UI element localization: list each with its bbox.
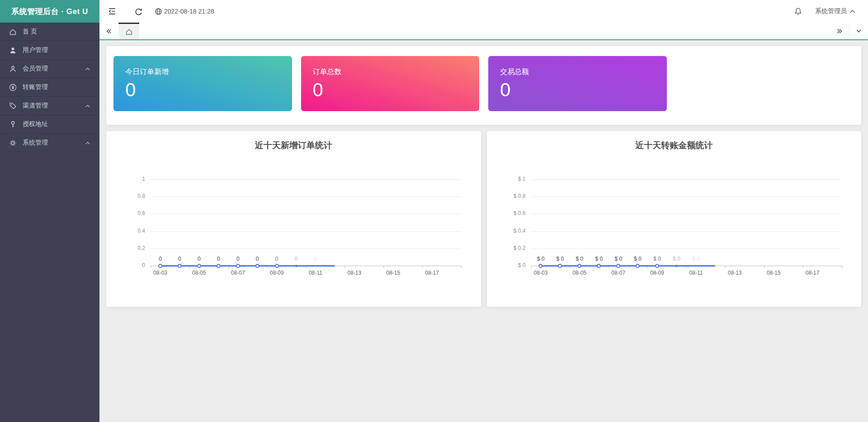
home-icon bbox=[125, 28, 133, 36]
data-point bbox=[178, 264, 182, 268]
sidebar-item-label: 用户管理 bbox=[23, 46, 48, 54]
stat-card-title: 订单总数 bbox=[313, 67, 468, 77]
yen-circle-icon bbox=[9, 84, 17, 91]
x-axis-label: 08-11 bbox=[303, 270, 328, 276]
stat-card-total-orders: 订单总数 0 bbox=[301, 56, 480, 111]
sidebar-item-label: 首 页 bbox=[23, 28, 37, 36]
stat-card-value: 0 bbox=[313, 80, 468, 99]
gridline bbox=[151, 197, 461, 197]
stat-card-total-amount: 交易总额 0 bbox=[488, 56, 667, 111]
data-point-label: $ 0 bbox=[684, 256, 707, 262]
sidebar-item-label: 会员管理 bbox=[23, 65, 48, 73]
data-point bbox=[275, 264, 279, 268]
x-axis-label: 08-03 bbox=[147, 270, 173, 276]
x-axis-tick bbox=[344, 266, 345, 268]
topbar: 2022-08-18 21:28 系统管理员 bbox=[99, 0, 868, 23]
x-axis-tick bbox=[842, 266, 842, 268]
x-axis-tick bbox=[803, 266, 803, 268]
x-axis-label: 08-15 bbox=[381, 270, 406, 276]
data-point bbox=[538, 264, 542, 268]
data-point-label: 0 bbox=[304, 256, 327, 262]
gridline bbox=[531, 249, 842, 249]
sidebar-item-auth-address[interactable]: 授权地址 bbox=[0, 115, 99, 134]
scroll-tabs-left-icon[interactable] bbox=[99, 23, 118, 39]
y-axis-tick-label: 1 bbox=[106, 176, 145, 182]
x-axis-label: 08-17 bbox=[420, 270, 445, 276]
chevron-up-icon bbox=[85, 65, 90, 72]
data-point bbox=[158, 264, 162, 268]
tab-options-dropdown-icon[interactable] bbox=[849, 23, 868, 39]
notification-bell-icon[interactable] bbox=[788, 0, 808, 23]
stat-card-today-orders: 今日订单新增 0 bbox=[113, 56, 292, 111]
stat-card-title: 交易总额 bbox=[500, 67, 655, 77]
sidebar-item-label: 授权地址 bbox=[23, 120, 48, 128]
sidebar-item-label: 渠道管理 bbox=[23, 102, 48, 110]
main-content: 今日订单新增 0 订单总数 0 交易总额 0 近十天新增订单统计 10.80.6… bbox=[99, 41, 868, 422]
y-axis-tick-label: $ 0.4 bbox=[487, 228, 526, 234]
sidebar-item-label: 系统管理 bbox=[23, 139, 48, 147]
chevron-up-icon bbox=[85, 139, 90, 146]
series-line bbox=[541, 265, 715, 267]
gridline bbox=[151, 249, 461, 249]
sidebar-item-transfers[interactable]: 转账管理 bbox=[0, 78, 99, 97]
x-axis-tick bbox=[461, 266, 462, 268]
sidebar-item-members[interactable]: 会员管理 bbox=[0, 60, 99, 78]
x-axis-label: 08-09 bbox=[645, 270, 670, 276]
data-point bbox=[616, 264, 620, 268]
y-axis-tick-label: $ 0 bbox=[487, 262, 526, 268]
app-title: 系统管理后台 · Get U bbox=[0, 0, 99, 23]
x-axis-tick bbox=[725, 266, 726, 268]
x-axis-tick bbox=[764, 266, 764, 268]
user-menu[interactable]: 系统管理员 bbox=[815, 7, 855, 15]
data-point bbox=[255, 264, 259, 268]
charts-row: 近十天新增订单统计 10.80.60.40.2008-0308-0508-070… bbox=[106, 131, 861, 307]
y-axis-tick-label: 0.4 bbox=[106, 228, 145, 234]
gridline bbox=[151, 231, 461, 232]
data-point bbox=[315, 265, 316, 267]
stat-card-value: 0 bbox=[125, 80, 280, 99]
y-axis-tick-label: $ 0.8 bbox=[487, 193, 526, 199]
data-point bbox=[217, 264, 221, 268]
x-axis-label: 08-09 bbox=[264, 270, 289, 276]
x-axis-label: 08-07 bbox=[606, 270, 631, 276]
gridline bbox=[531, 197, 842, 197]
globe-icon bbox=[155, 8, 162, 15]
sidebar-menu: 首 页 用户管理 会员管理 转账管理 bbox=[0, 23, 99, 152]
gridline bbox=[531, 214, 842, 214]
y-axis-tick-label: 0.2 bbox=[106, 245, 145, 251]
sidebar-item-home[interactable]: 首 页 bbox=[0, 23, 99, 41]
datetime-text: 2022-08-18 21:28 bbox=[164, 8, 214, 15]
chart-title: 近十天新增订单统计 bbox=[106, 140, 481, 151]
x-axis-tick bbox=[151, 266, 151, 268]
server-time: 2022-08-18 21:28 bbox=[155, 8, 214, 15]
data-point bbox=[655, 264, 659, 268]
data-point bbox=[295, 265, 297, 267]
home-icon bbox=[9, 28, 17, 36]
data-point bbox=[577, 264, 581, 268]
x-axis-label: 08-07 bbox=[225, 270, 250, 276]
refresh-icon[interactable] bbox=[128, 0, 148, 23]
y-axis-tick-label: 0.8 bbox=[106, 193, 145, 199]
sidebar-item-label: 转账管理 bbox=[23, 83, 48, 91]
data-point bbox=[675, 265, 678, 267]
transfers-line-chart: $ 1$ 0.8$ 0.6$ 0.4$ 0.2$ 008-0308-0508-0… bbox=[487, 153, 862, 307]
collapse-sidebar-icon[interactable] bbox=[102, 0, 122, 23]
key-icon bbox=[9, 121, 17, 128]
stat-cards-panel: 今日订单新增 0 订单总数 0 交易总额 0 bbox=[106, 46, 861, 125]
series-line bbox=[160, 265, 335, 267]
sidebar-item-channels[interactable]: 渠道管理 bbox=[0, 97, 99, 115]
x-axis-label: 08-05 bbox=[186, 270, 212, 276]
data-point bbox=[197, 264, 201, 268]
chart-title: 近十天转账金额统计 bbox=[487, 140, 862, 151]
tabbar bbox=[99, 23, 868, 40]
y-axis-tick-label: $ 1 bbox=[487, 176, 526, 182]
sidebar-item-system[interactable]: 系统管理 bbox=[0, 134, 99, 152]
x-axis-label: 08-13 bbox=[722, 270, 747, 276]
chevron-up-icon bbox=[849, 9, 855, 14]
sidebar-item-users[interactable]: 用户管理 bbox=[0, 41, 99, 60]
x-axis-label: 08-05 bbox=[567, 270, 592, 276]
tab-home[interactable] bbox=[118, 23, 139, 39]
y-axis-tick-label: $ 0.2 bbox=[487, 245, 526, 251]
scroll-tabs-right-icon[interactable] bbox=[830, 23, 849, 39]
chevron-up-icon bbox=[85, 102, 90, 109]
